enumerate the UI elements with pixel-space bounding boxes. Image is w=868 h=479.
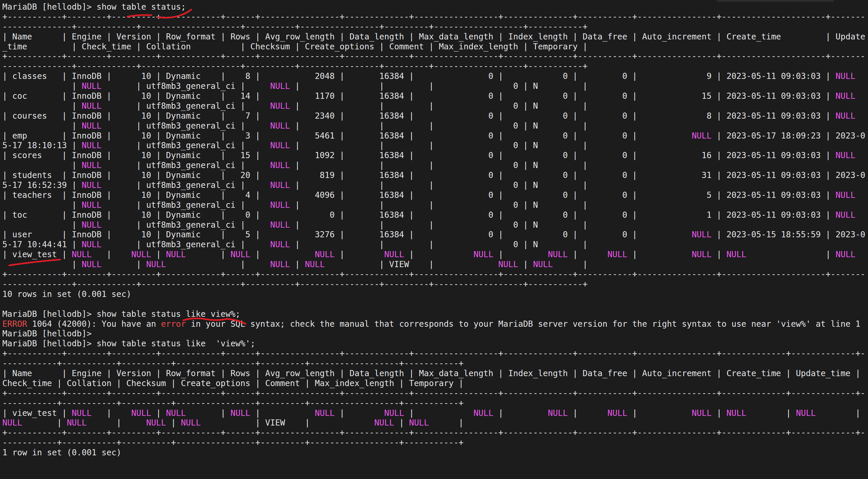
terminal-line: | students | InnoDB | 10 | Dynamic | 20 … xyxy=(2,170,868,180)
terminal-line: MariaDB [hellodb]> show table status lik… xyxy=(2,309,868,319)
terminal-line: | NULL | utf8mb3_general_ci | NULL | | |… xyxy=(2,121,868,131)
terminal-line: Check_time | Collation | Checksum | Crea… xyxy=(2,379,868,388)
terminal-line: -----------+-----------+----------+-----… xyxy=(2,359,868,369)
terminal-line: | view_test | NULL | NULL | NULL | NULL … xyxy=(2,250,868,259)
terminal-line: | teachers | InnoDB | 10 | Dynamic | 4 |… xyxy=(2,190,868,200)
terminal-line: 5-17 16:52:39 | NULL | utf8mb3_general_c… xyxy=(2,180,868,190)
terminal-line: +-----------+--------+---------+--------… xyxy=(2,428,868,438)
terminal-line: --------------+------------+------------… xyxy=(2,22,868,32)
terminal-line: | coc | InnoDB | 10 | Dynamic | 14 | 117… xyxy=(2,91,868,101)
terminal-line: 5-17 18:10:13 | NULL | utf8mb3_general_c… xyxy=(2,140,868,151)
terminal-line: -----------+-----------+----------+-----… xyxy=(2,398,868,408)
terminal-line: +-----------+--------+---------+--------… xyxy=(2,388,868,398)
terminal-line: | scores | InnoDB | 10 | Dynamic | 15 | … xyxy=(2,151,868,160)
terminal-line: | Name | Engine | Version | Row_format |… xyxy=(2,369,868,379)
terminal-line: MariaDB [hellodb]> xyxy=(2,329,868,339)
terminal-line: | user | InnoDB | 10 | Dynamic | 5 | 327… xyxy=(2,230,868,240)
terminal-line: +-----------+--------+---------+--------… xyxy=(2,269,868,279)
terminal-line: --------------+------------+------------… xyxy=(2,279,868,289)
terminal-line: -----------+-----------+----------+-----… xyxy=(2,438,868,448)
terminal-line: | toc | InnoDB | 10 | Dynamic | 0 | 0 | … xyxy=(2,210,868,220)
terminal-line: | Name | Engine | Version | Row_format |… xyxy=(2,32,868,42)
terminal-line: +-----------+--------+---------+--------… xyxy=(2,349,868,359)
terminal-line: | NULL | utf8mb3_general_ci | NULL | | |… xyxy=(2,200,868,210)
terminal-line: +-----------+--------+---------+--------… xyxy=(2,52,868,61)
terminal-line: | view_test | NULL | NULL | NULL | NULL … xyxy=(2,408,868,418)
terminal-line xyxy=(2,299,868,309)
terminal-line: --------------+------------+------------… xyxy=(2,61,868,71)
terminal-line: | classes | InnoDB | 10 | Dynamic | 8 | … xyxy=(2,71,868,81)
terminal-line: 5-17 10:44:41 | NULL | utf8mb3_general_c… xyxy=(2,240,868,250)
terminal-line: 1 row in set (0.001 sec) xyxy=(2,448,868,458)
terminal-line: 10 rows in set (0.001 sec) xyxy=(2,289,868,299)
terminal-output: MariaDB [hellodb]> show table status;+--… xyxy=(2,2,868,458)
terminal[interactable]: MariaDB [hellodb]> show table status;+--… xyxy=(0,0,868,479)
terminal-line: | NULL | utf8mb3_general_ci | NULL | | |… xyxy=(2,160,868,170)
terminal-line: | NULL | NULL | NULL | NULL | VIEW | NUL… xyxy=(2,259,868,269)
terminal-line: NULL | NULL | NULL | NULL | VIEW | NULL … xyxy=(2,418,868,428)
terminal-line: | NULL | utf8mb3_general_ci | NULL | | |… xyxy=(2,220,868,230)
terminal-line: MariaDB [hellodb]> show table status lik… xyxy=(2,339,868,349)
terminal-line: MariaDB [hellodb]> show table status; xyxy=(2,2,868,12)
terminal-line: | NULL | utf8mb3_general_ci | NULL | | |… xyxy=(2,101,868,111)
terminal-line: | NULL | utf8mb3_general_ci | NULL | | |… xyxy=(2,81,868,91)
terminal-line: ERROR 1064 (42000): You have an error in… xyxy=(2,319,868,329)
horizontal-scrollbar-thumb[interactable] xyxy=(717,0,834,2)
terminal-line: | courses | InnoDB | 10 | Dynamic | 7 | … xyxy=(2,111,868,121)
terminal-line: +-----------+--------+---------+--------… xyxy=(2,12,868,22)
terminal-line: _time | Check_time | Collation | Checksu… xyxy=(2,42,868,52)
terminal-line: | emp | InnoDB | 10 | Dynamic | 3 | 5461… xyxy=(2,131,868,141)
